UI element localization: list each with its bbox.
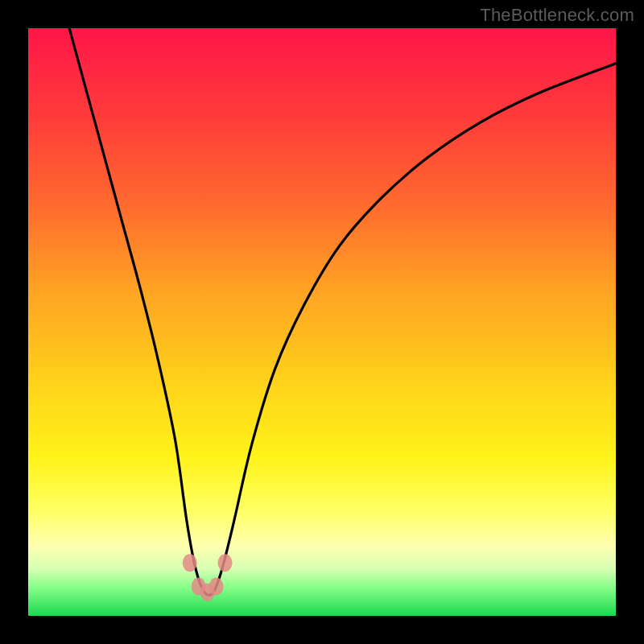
bottleneck-curve <box>28 28 616 616</box>
curve-marker <box>218 554 233 572</box>
plot-area <box>28 28 616 616</box>
curve-marker <box>183 554 197 572</box>
watermark-text: TheBottleneck.com <box>480 5 634 26</box>
curve-marker <box>209 578 224 596</box>
chart-frame: TheBottleneck.com <box>0 0 644 644</box>
